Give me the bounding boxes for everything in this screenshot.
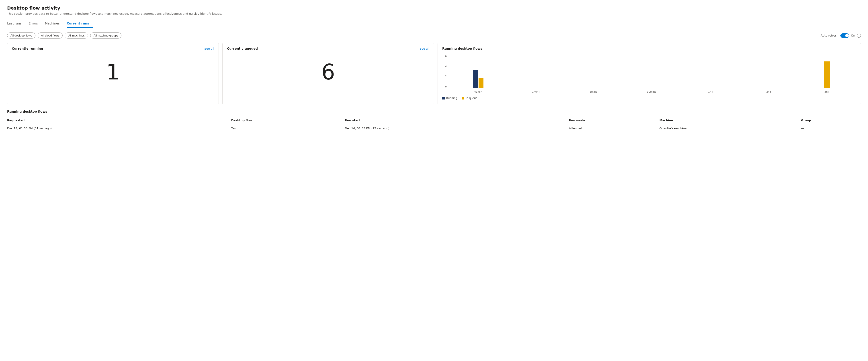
- info-icon[interactable]: i: [857, 34, 861, 38]
- table-header-row: Requested Desktop flow Run start Run mod…: [7, 117, 861, 124]
- main-page: Desktop flow activity This section provi…: [0, 0, 868, 361]
- legend-running: Running: [442, 97, 457, 100]
- x-label-1h: 1h+: [682, 90, 740, 93]
- cell-group: —: [801, 124, 861, 133]
- legend-running-dot: [442, 97, 445, 99]
- cell-machine: Quentin's machine: [659, 124, 801, 133]
- x-label-1min: 1min+: [507, 90, 565, 93]
- chart-container: 6 4 2 0: [442, 55, 856, 95]
- legend-queue-dot: [462, 97, 464, 99]
- x-label-lt1min: <1min: [449, 90, 507, 93]
- y-label-6: 6: [445, 55, 447, 58]
- auto-refresh-status: On: [851, 34, 855, 37]
- currently-queued-see-all[interactable]: See all: [420, 47, 429, 50]
- auto-refresh-control: Auto refresh On i: [820, 33, 861, 38]
- bar-queue-lt1min: [478, 78, 484, 88]
- chart-bars-area: [449, 55, 856, 88]
- chart-title: Running desktop flows: [442, 47, 482, 50]
- table-body: Dec 14, 01:55 PM (31 sec ago) Test Dec 1…: [7, 124, 861, 133]
- filter-all-machine-groups[interactable]: All machine groups: [90, 32, 122, 38]
- table-head: Requested Desktop flow Run start Run mod…: [7, 117, 861, 124]
- legend-running-label: Running: [446, 97, 457, 100]
- table-section: Running desktop flows Requested Desktop …: [7, 110, 861, 133]
- tab-errors[interactable]: Errors: [29, 20, 41, 28]
- cards-row: Currently running See all 1 Currently qu…: [7, 43, 861, 104]
- col-group: Group: [801, 117, 861, 124]
- tab-machines[interactable]: Machines: [45, 20, 63, 28]
- legend-in-queue: In queue: [462, 97, 477, 100]
- data-table: Requested Desktop flow Run start Run mod…: [7, 117, 861, 133]
- col-requested: Requested: [7, 117, 231, 124]
- x-label-3h: 3h+: [798, 90, 856, 93]
- currently-running-title: Currently running: [12, 47, 43, 50]
- bar-running-lt1min: [473, 70, 478, 88]
- col-run-start: Run start: [345, 117, 569, 124]
- legend-queue-label: In queue: [466, 97, 477, 100]
- bar-group-2h: [740, 55, 798, 88]
- y-label-2: 2: [445, 75, 447, 78]
- col-machine: Machine: [659, 117, 801, 124]
- bar-group-3h: [798, 55, 856, 88]
- auto-refresh-toggle[interactable]: [840, 33, 849, 38]
- currently-queued-header: Currently queued See all: [227, 47, 429, 50]
- bar-group-5min: [565, 55, 624, 88]
- chart-header: Running desktop flows: [442, 47, 856, 50]
- bar-group-1h: [682, 55, 740, 88]
- tab-last-runs[interactable]: Last runs: [7, 20, 25, 28]
- bar-group-lt1min: [449, 55, 507, 88]
- cell-requested: Dec 14, 01:55 PM (31 sec ago): [7, 124, 231, 133]
- auto-refresh-label: Auto refresh: [820, 34, 838, 37]
- currently-queued-title: Currently queued: [227, 47, 258, 50]
- cell-run-mode: Attended: [569, 124, 659, 133]
- chart-area: 6 4 2 0: [442, 53, 856, 100]
- tab-current-runs[interactable]: Current runs: [67, 20, 93, 28]
- y-label-4: 4: [445, 65, 447, 68]
- table-section-title: Running desktop flows: [7, 110, 861, 113]
- chart-x-labels: <1min 1min+ 5mins+ 30mins+ 1h+ 2h+ 3h+: [449, 89, 856, 95]
- chart-legend: Running In queue: [442, 97, 856, 100]
- bar-group-1min: [507, 55, 565, 88]
- bar-queue-3h: [824, 61, 830, 88]
- currently-running-value: 1: [12, 53, 214, 90]
- filters-row: All desktop flows All cloud flows All ma…: [7, 32, 861, 38]
- tabs-bar: Last runs Errors Machines Current runs: [7, 20, 861, 28]
- currently-queued-value: 6: [227, 53, 429, 90]
- chart-y-axis: 6 4 2 0: [442, 55, 447, 88]
- x-label-5min: 5mins+: [565, 90, 623, 93]
- filter-all-machines[interactable]: All machines: [65, 32, 88, 38]
- currently-queued-card: Currently queued See all 6: [222, 43, 434, 104]
- currently-running-header: Currently running See all: [12, 47, 214, 50]
- y-label-0: 0: [445, 85, 447, 88]
- page-subtitle: This section provides data to better und…: [7, 12, 861, 15]
- currently-running-see-all[interactable]: See all: [204, 47, 214, 50]
- filter-all-desktop-flows[interactable]: All desktop flows: [7, 32, 35, 38]
- currently-running-card: Currently running See all 1: [7, 43, 219, 104]
- x-label-30min: 30mins+: [623, 90, 682, 93]
- bar-group-30min: [624, 55, 682, 88]
- cell-run-start: Dec 14, 01:55 PM (12 sec ago): [345, 124, 569, 133]
- running-flows-chart-card: Running desktop flows 6 4 2 0: [438, 43, 861, 104]
- table-row: Dec 14, 01:55 PM (31 sec ago) Test Dec 1…: [7, 124, 861, 133]
- col-desktop-flow: Desktop flow: [231, 117, 345, 124]
- x-label-2h: 2h+: [740, 90, 798, 93]
- col-run-mode: Run mode: [569, 117, 659, 124]
- page-title: Desktop flow activity: [7, 5, 861, 11]
- cell-desktop-flow: Test: [231, 124, 345, 133]
- filter-all-cloud-flows[interactable]: All cloud flows: [38, 32, 63, 38]
